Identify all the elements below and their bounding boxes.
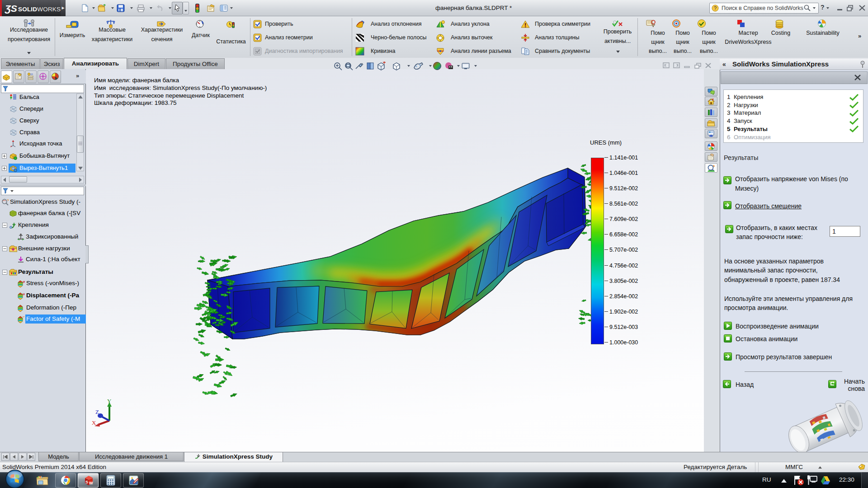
svg-text:u: u xyxy=(23,292,25,296)
svg-text:ƷS: ƷS xyxy=(5,3,17,14)
svg-text:Z: Z xyxy=(95,408,99,415)
svg-text:W: W xyxy=(89,481,93,485)
svg-text:S: S xyxy=(85,480,88,484)
svg-text:SOLIDWORKS: SOLIDWORKS xyxy=(18,6,61,13)
svg-text:?: ? xyxy=(714,5,717,11)
svg-text:X: X xyxy=(92,419,96,426)
svg-text:σ: σ xyxy=(23,280,25,284)
svg-text:Y: Y xyxy=(107,398,112,404)
